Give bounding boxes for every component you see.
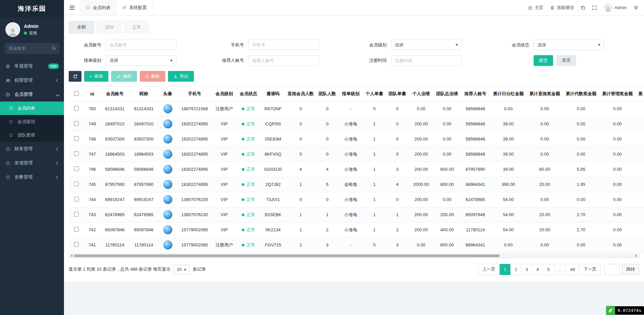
row-checkbox[interactable] bbox=[74, 182, 79, 186]
row-checkbox[interactable] bbox=[74, 151, 79, 156]
column-header-mgmt_award[interactable]: 累计管理奖金额 bbox=[599, 87, 636, 101]
jump-button[interactable]: 跳转 bbox=[622, 264, 639, 275]
cell-id: 749 bbox=[84, 116, 100, 131]
referrer-input[interactable] bbox=[248, 55, 319, 66]
page-button-5[interactable]: 5 bbox=[543, 264, 554, 275]
column-header-p_orders[interactable]: 个人单量 bbox=[363, 87, 386, 101]
cell-order_level: - bbox=[339, 101, 363, 116]
row-checkbox[interactable] bbox=[74, 136, 79, 141]
filter-member-level: 会员级别 选择 bbox=[354, 40, 497, 50]
jump-page-input[interactable] bbox=[604, 264, 620, 275]
prev-page-button[interactable]: 上一页 bbox=[478, 264, 500, 275]
column-header-direct[interactable]: 直推会员人数 bbox=[285, 87, 316, 101]
hamburger-icon[interactable] bbox=[64, 0, 80, 15]
cell-invite: 73JVI1 bbox=[261, 192, 285, 207]
horizontal-scrollbar[interactable] bbox=[69, 253, 639, 258]
home-button[interactable]: 主页 bbox=[528, 5, 543, 11]
page-button-1[interactable]: 1 bbox=[500, 264, 511, 275]
column-header-phone[interactable]: 手机号 bbox=[177, 87, 212, 101]
tab-frozen[interactable]: 冻结 bbox=[96, 21, 122, 34]
page-button-3[interactable]: 3 bbox=[521, 264, 532, 275]
column-header-invite[interactable]: 邀请码 bbox=[261, 87, 285, 101]
edit-button[interactable]: 编辑 bbox=[111, 71, 137, 82]
multitab-button[interactable] bbox=[581, 5, 585, 10]
sidebar-item-general[interactable]: 常规管理 new bbox=[0, 59, 64, 73]
order-level-select[interactable]: 选择 bbox=[106, 55, 176, 66]
cell-id: 750 bbox=[84, 101, 100, 116]
cell-level: VIP bbox=[212, 147, 236, 162]
sidebar-item-packages[interactable]: 套餐管理 bbox=[0, 170, 64, 184]
fullscreen-button[interactable] bbox=[592, 5, 597, 10]
status-badge: 正常 bbox=[242, 212, 255, 218]
tab-system-config[interactable]: 系统配置 bbox=[116, 0, 153, 15]
user-menu[interactable]: Admin bbox=[604, 3, 627, 12]
page-button-49[interactable]: 49 bbox=[566, 264, 579, 275]
sidebar-item-finance[interactable]: 财务管理 bbox=[0, 142, 64, 156]
clear-cache-button[interactable]: 清除缓存 bbox=[550, 5, 574, 11]
row-checkbox[interactable] bbox=[74, 166, 79, 171]
column-header-t_orders[interactable]: 团队单量 bbox=[386, 87, 409, 101]
member-account-input[interactable] bbox=[106, 40, 176, 50]
reset-button[interactable]: 重置 bbox=[556, 55, 576, 66]
cell-t_orders: 0 bbox=[386, 116, 409, 131]
member-avatar bbox=[163, 225, 172, 234]
member-status-select[interactable]: 选择 bbox=[534, 40, 604, 50]
phone-input[interactable] bbox=[248, 40, 319, 50]
sidebar-item-team-graph[interactable]: 团队图谱 bbox=[0, 128, 64, 142]
column-header-partial[interactable]: 累 bbox=[636, 87, 644, 101]
tab-normal[interactable]: 正常 bbox=[124, 21, 149, 34]
settings-button[interactable] bbox=[634, 5, 639, 10]
delete-button[interactable]: 删除 bbox=[140, 71, 165, 82]
tab-all[interactable]: 全部 bbox=[69, 21, 94, 34]
page-button-2[interactable]: 2 bbox=[510, 264, 521, 275]
row-checkbox[interactable] bbox=[74, 197, 79, 201]
column-header-account[interactable]: 会员账号 bbox=[100, 87, 129, 101]
menu-search-input[interactable] bbox=[5, 43, 59, 54]
sidebar-item-permissions[interactable]: 权限管理 bbox=[0, 73, 64, 87]
page-size-dropdown[interactable]: 10 bbox=[173, 265, 190, 274]
cell-dividend: 39.00 bbox=[490, 131, 527, 147]
column-header-order_level[interactable]: 报单级别 bbox=[339, 87, 363, 101]
column-header-id[interactable]: Id bbox=[84, 87, 100, 101]
refresh-button[interactable] bbox=[69, 71, 81, 82]
next-page-button[interactable]: 下一页 bbox=[579, 264, 601, 275]
column-header-team[interactable]: 团队人数 bbox=[316, 87, 339, 101]
table-wrap: Id会员账号昵称头像手机号会员级别会员状态邀请码直推会员人数团队人数报单级别个人… bbox=[69, 86, 644, 253]
row-checkbox[interactable] bbox=[74, 227, 79, 232]
table-row: 747189645031896450318302274895VIP正常8KFV0… bbox=[69, 147, 644, 162]
row-checkbox[interactable] bbox=[74, 242, 79, 247]
sidebar-item-member-list[interactable]: 会员列表 bbox=[0, 102, 64, 115]
column-header-direct_award[interactable]: 累计直推奖金额 bbox=[527, 87, 563, 101]
row-checkbox[interactable] bbox=[74, 212, 79, 216]
cell-phone: 18879721568 bbox=[177, 101, 212, 116]
chevron-left-icon bbox=[56, 147, 60, 151]
scrollbar-thumb[interactable] bbox=[74, 254, 500, 257]
column-header-avatar[interactable]: 头像 bbox=[158, 87, 177, 101]
tab-member-list[interactable]: 会员列表 bbox=[80, 0, 116, 15]
sidebar-item-member-level[interactable]: 会员级别 bbox=[0, 115, 64, 128]
scroll-left-arrow[interactable] bbox=[69, 254, 74, 258]
page-button-4[interactable]: 4 bbox=[532, 264, 543, 275]
export-button[interactable]: 导出 bbox=[168, 71, 194, 82]
sidebar-item-awards[interactable]: 奖项管理 bbox=[0, 156, 64, 170]
debug-timer[interactable]: 0.072474s bbox=[606, 306, 644, 315]
column-header-t_perf[interactable]: 团队总业绩 bbox=[434, 87, 461, 101]
member-level-select[interactable]: 选择 bbox=[391, 40, 462, 50]
row-checkbox[interactable] bbox=[74, 121, 79, 126]
search-icon bbox=[52, 46, 56, 50]
sidebar-item-members[interactable]: 会员管理 bbox=[0, 87, 64, 102]
row-checkbox[interactable] bbox=[74, 106, 79, 111]
register-time-input[interactable] bbox=[391, 55, 462, 66]
column-header-nickname[interactable]: 昵称 bbox=[129, 87, 158, 101]
column-header-dividend[interactable]: 累计日分红金额 bbox=[490, 87, 527, 101]
column-header-status[interactable]: 会员状态 bbox=[236, 87, 261, 101]
submit-button[interactable]: 提交 bbox=[534, 55, 553, 66]
column-header-p_perf[interactable]: 个人业绩 bbox=[409, 87, 434, 101]
table-row: 741117801141178011415779002065注册用户正常FGV7… bbox=[69, 237, 644, 252]
column-header-gen_award[interactable]: 累计代数奖金额 bbox=[563, 87, 599, 101]
select-all-checkbox[interactable] bbox=[74, 91, 79, 96]
column-header-level[interactable]: 会员级别 bbox=[212, 87, 236, 101]
column-header-referrer[interactable]: 推荐人账号 bbox=[461, 87, 490, 101]
add-button[interactable]: + 添加 bbox=[84, 71, 108, 82]
scroll-right-arrow[interactable] bbox=[634, 254, 639, 258]
